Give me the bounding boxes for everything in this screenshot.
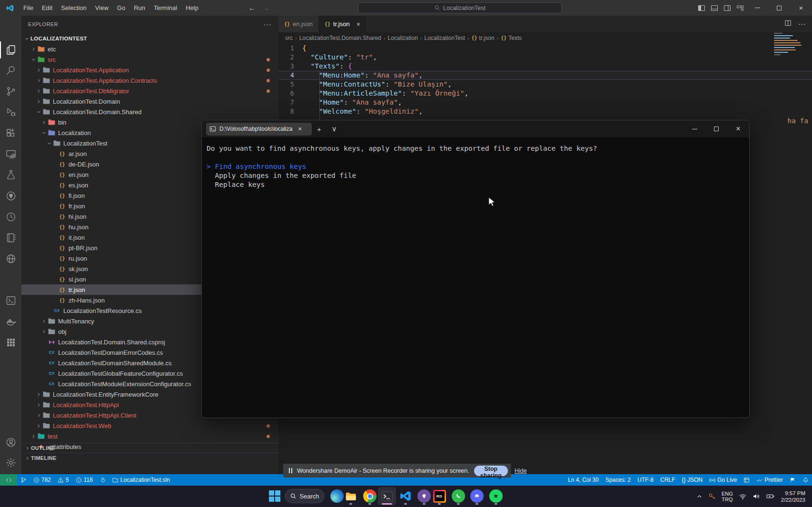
github-icon[interactable] — [0, 186, 21, 205]
code-line-7[interactable]: 7 "Home": "Ana sayfa", — [278, 98, 812, 107]
problems-infos[interactable]: 118 — [72, 474, 96, 486]
timeline-section[interactable]: TIMELINE — [21, 453, 278, 463]
taskbar-whatsapp-icon[interactable] — [449, 487, 467, 505]
tree-item-LocalizationTest.Web[interactable]: LocalizationTest.Web — [21, 420, 278, 431]
globe-icon[interactable] — [0, 249, 21, 268]
terminal-titlebar[interactable]: D:\Volosoft\abp\tools\localiza × + ∨ × — [202, 120, 749, 137]
clock-icon[interactable] — [0, 207, 21, 226]
source-control-icon[interactable] — [0, 82, 21, 101]
solution[interactable]: LocalizationTest.sln — [109, 474, 173, 486]
terminal-new-tab-button[interactable]: + — [312, 125, 327, 133]
outline-section[interactable]: OUTLINE — [21, 443, 278, 453]
grid-icon[interactable] — [0, 333, 21, 352]
breadcrumb-item-Texts[interactable]: {}Texts — [501, 35, 522, 41]
terminal-maximize-button[interactable] — [705, 120, 727, 137]
tree-item-etc[interactable]: etc — [21, 44, 278, 54]
problems-errors[interactable]: 782 — [30, 474, 54, 486]
terminal-option-2[interactable]: Apply changes in the exported file — [207, 171, 749, 180]
hide-link[interactable]: Hide — [515, 468, 527, 474]
tree-item-LocalizationTest.Application.Contracts[interactable]: LocalizationTest.Application.Contracts — [21, 75, 278, 86]
breadcrumb-item-tr.json[interactable]: {}tr.json — [472, 35, 495, 41]
breadcrumb[interactable]: src›LocalizationTest.Domain.Shared›Local… — [278, 32, 812, 43]
tray-key-icon[interactable] — [705, 492, 719, 501]
cursor-position[interactable]: Ln 4, Col 30 — [564, 474, 602, 486]
notifications-bell[interactable] — [799, 474, 812, 486]
code-area[interactable]: 1{2 "Culture": "tr",3 "Texts": {4 "Menu:… — [278, 44, 812, 116]
flag-status[interactable] — [786, 474, 799, 486]
battery-icon[interactable] — [763, 492, 777, 501]
breadcrumb-item-LocalizationTest[interactable]: LocalizationTest — [425, 35, 465, 41]
run-debug-icon[interactable] — [0, 103, 21, 122]
terminal-option-1[interactable]: > Find asynchronous keys — [207, 162, 749, 171]
settings-icon[interactable] — [0, 453, 21, 472]
language-mode[interactable]: {} JSON — [679, 474, 706, 486]
volume-icon[interactable] — [750, 492, 763, 501]
account-icon[interactable] — [0, 433, 21, 452]
taskbar-spotify-icon[interactable] — [487, 487, 505, 505]
code-line-8[interactable]: 8 "Welcome": "Hoşgeldiniz", — [278, 107, 812, 116]
go-live[interactable]: Go Live — [706, 474, 740, 486]
menu-item-selection[interactable]: Selection — [57, 0, 90, 16]
toggle-sidebar-icon[interactable] — [695, 0, 708, 16]
taskbar-search[interactable]: Search — [285, 489, 325, 503]
window-minimize-button[interactable] — [746, 0, 768, 16]
test-beaker-icon[interactable] — [0, 166, 21, 185]
customize-layout-icon[interactable] — [733, 0, 746, 16]
tree-item-LocalizationTest.DbMigrator[interactable]: LocalizationTest.DbMigrator — [21, 86, 278, 96]
tab-en.json[interactable]: {}en.json — [278, 16, 319, 32]
tree-item-src[interactable]: src — [21, 54, 278, 65]
indentation[interactable]: Spaces: 2 — [602, 474, 634, 486]
menu-item-go[interactable]: Go — [113, 0, 129, 16]
nav-back-icon[interactable]: ← — [248, 4, 256, 12]
menu-item-help[interactable]: Help — [181, 0, 203, 16]
terminal-content[interactable]: Do you want to find asynchronous keys, a… — [202, 137, 749, 189]
taskbar-discord-icon[interactable] — [468, 487, 486, 505]
window-close-button[interactable]: × — [790, 0, 812, 16]
flame-status[interactable] — [96, 474, 109, 486]
explorer-more-icon[interactable]: ··· — [263, 20, 272, 28]
explorer-icon[interactable] — [0, 40, 21, 59]
taskbar-file-explorer-icon[interactable] — [342, 487, 360, 505]
menu-item-view[interactable]: View — [91, 0, 113, 16]
code-line-4[interactable]: 4 "Menu:Home": "Ana sayfa", — [278, 71, 812, 80]
prettier[interactable]: Prettier — [753, 474, 786, 486]
notebook-icon[interactable] — [0, 228, 21, 247]
terminal-tab[interactable]: D:\Volosoft\abp\tools\localiza × — [206, 123, 312, 136]
menu-item-file[interactable]: File — [19, 0, 38, 16]
terminal-tab-close-icon[interactable]: × — [298, 125, 302, 133]
tree-item-LocalizationTest.Domain[interactable]: LocalizationTest.Domain — [21, 96, 278, 107]
tray-chevron-up-icon[interactable] — [694, 493, 705, 499]
source-control-status[interactable] — [17, 474, 30, 486]
menu-item-run[interactable]: Run — [129, 0, 149, 16]
terminal-close-button[interactable]: × — [727, 120, 749, 137]
start-button[interactable] — [266, 487, 284, 505]
stop-sharing-button[interactable]: Stop sharing — [474, 466, 508, 476]
breadcrumb-item-src[interactable]: src — [285, 35, 293, 41]
tab-close-icon[interactable]: × — [356, 20, 360, 28]
nav-forward-icon[interactable]: → — [262, 4, 269, 12]
remote-explorer-icon[interactable] — [0, 145, 21, 164]
remote-indicator[interactable] — [0, 474, 17, 486]
browser-preview[interactable] — [740, 474, 753, 486]
terminal-dropdown-icon[interactable]: ∨ — [327, 125, 342, 133]
command-center-search[interactable]: LocalizationTest — [358, 2, 562, 13]
taskbar-chrome-icon[interactable] — [361, 487, 379, 505]
taskbar-vscode-icon[interactable] — [396, 487, 415, 505]
breadcrumb-item-LocalizationTest.Domain.Shared[interactable]: LocalizationTest.Domain.Shared — [299, 35, 381, 41]
tree-item-LocalizationTest.Application[interactable]: LocalizationTest.Application — [21, 65, 278, 75]
wifi-icon[interactable] — [736, 492, 750, 501]
taskbar-windows-terminal-icon[interactable] — [378, 487, 396, 505]
code-line-1[interactable]: 1{ — [278, 44, 812, 53]
terminal-icon[interactable] — [0, 291, 21, 310]
language-indicator[interactable]: ENG TRQ — [719, 491, 736, 502]
code-line-3[interactable]: 3 "Texts": { — [278, 62, 812, 71]
tree-item-LocalizationTest.Domain.Shared[interactable]: LocalizationTest.Domain.Shared — [21, 107, 278, 117]
toggle-secondary-sidebar-icon[interactable] — [721, 0, 733, 16]
docker-icon[interactable] — [0, 312, 21, 331]
code-line-5[interactable]: 5 "Menu:ContactUs": "Bize Ulaşın", — [278, 80, 812, 89]
minimap[interactable] — [774, 33, 802, 57]
code-line-2[interactable]: 2 "Culture": "tr", — [278, 53, 812, 62]
search-icon[interactable] — [0, 61, 21, 80]
clock[interactable]: 9:57 PM 2/22/2023 — [777, 490, 812, 503]
tree-root[interactable]: LOCALIZATIONTEST — [21, 33, 278, 44]
